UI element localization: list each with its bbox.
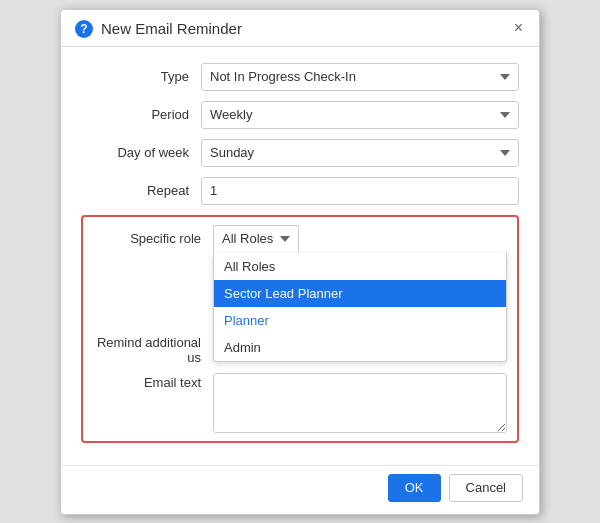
repeat-label: Repeat [81, 183, 201, 198]
email-text-label: Email text [93, 373, 213, 390]
specific-role-row: Specific role All Roles All Roles Sector… [93, 225, 507, 253]
dialog-title: New Email Reminder [101, 20, 242, 37]
period-row: Period Weekly [81, 101, 519, 129]
dialog-header: ? New Email Reminder × [61, 10, 539, 47]
dropdown-item-all-roles[interactable]: All Roles [214, 253, 506, 280]
dropdown-item-sector-lead-planner[interactable]: Sector Lead Planner [214, 280, 506, 307]
ok-button[interactable]: OK [388, 474, 441, 502]
dialog-footer: OK Cancel [61, 465, 539, 514]
dropdown-item-planner[interactable]: Planner [214, 307, 506, 334]
type-select[interactable]: Not In Progress Check-In [201, 63, 519, 91]
period-label: Period [81, 107, 201, 122]
specific-role-dropdown-wrapper: All Roles All Roles Sector Lead Planner … [213, 225, 507, 253]
new-email-reminder-dialog: ? New Email Reminder × Type Not In Progr… [60, 9, 540, 515]
specific-role-select[interactable]: All Roles [213, 225, 299, 253]
cancel-button[interactable]: Cancel [449, 474, 523, 502]
type-label: Type [81, 69, 201, 84]
type-row: Type Not In Progress Check-In [81, 63, 519, 91]
period-select[interactable]: Weekly [201, 101, 519, 129]
dropdown-item-admin[interactable]: Admin [214, 334, 506, 361]
dialog-body: Type Not In Progress Check-In Period Wee… [61, 47, 539, 465]
specific-role-dropdown-menu: All Roles Sector Lead Planner Planner Ad… [213, 253, 507, 362]
day-of-week-row: Day of week Sunday [81, 139, 519, 167]
email-text-input[interactable] [213, 373, 507, 433]
repeat-input[interactable] [201, 177, 519, 205]
help-icon[interactable]: ? [75, 20, 93, 38]
close-button[interactable]: × [510, 18, 527, 38]
specific-role-label: Specific role [93, 231, 213, 246]
repeat-row: Repeat [81, 177, 519, 205]
remind-additional-label: Remind additional us [93, 333, 213, 365]
highlighted-section: Specific role All Roles All Roles Sector… [81, 215, 519, 443]
day-of-week-label: Day of week [81, 145, 201, 160]
day-of-week-select[interactable]: Sunday [201, 139, 519, 167]
email-text-row: Email text [93, 373, 507, 433]
